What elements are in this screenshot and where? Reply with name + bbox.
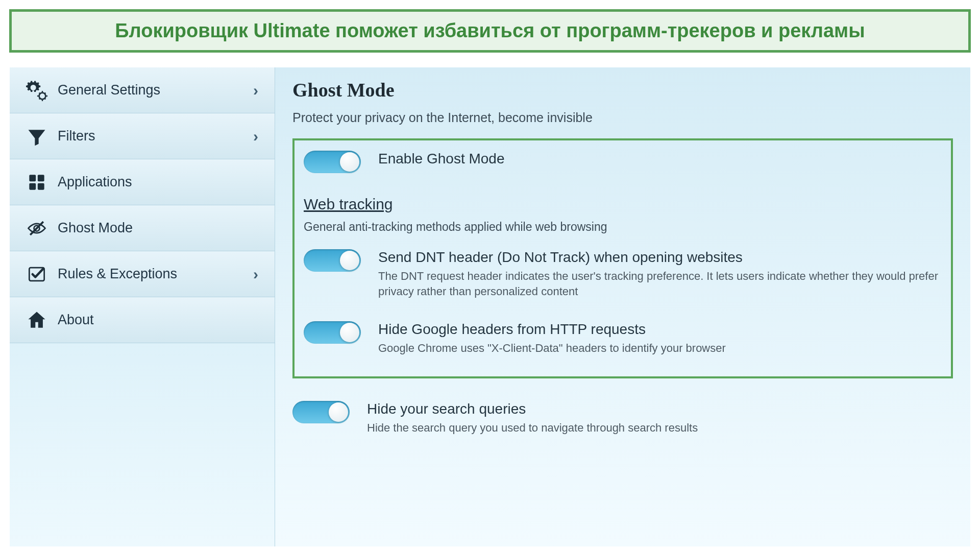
main-panel: Ghost Mode Protect your privacy on the I… bbox=[275, 67, 970, 546]
sidebar-item-label: General Settings bbox=[53, 82, 248, 98]
toggle-label: Send DNT header (Do Not Track) when open… bbox=[378, 249, 942, 266]
toggle-label: Hide your search queries bbox=[367, 401, 953, 417]
google-headers-toggle[interactable] bbox=[304, 321, 361, 344]
chevron-right-icon: › bbox=[248, 128, 263, 145]
section-heading: Web tracking bbox=[304, 196, 942, 213]
sidebar-item-label: About bbox=[53, 312, 263, 328]
web-tracking-section: Web tracking General anti-tracking metho… bbox=[304, 196, 942, 234]
page-subtitle: Protect your privacy on the Internet, be… bbox=[292, 110, 953, 125]
sidebar-item-label: Rules & Exceptions bbox=[53, 266, 248, 282]
home-icon bbox=[21, 309, 53, 331]
funnel-icon bbox=[21, 125, 53, 148]
gears-icon bbox=[21, 79, 53, 102]
search-queries-row: Hide your search queries Hide the search… bbox=[292, 401, 953, 436]
page-title: Ghost Mode bbox=[292, 79, 953, 101]
toggle-label: Hide Google headers from HTTP requests bbox=[378, 321, 942, 338]
sidebar-item-applications[interactable]: Applications bbox=[10, 159, 275, 205]
svg-rect-2 bbox=[38, 175, 44, 181]
sidebar: General Settings › Filters › Application… bbox=[10, 67, 275, 546]
svg-rect-4 bbox=[38, 183, 44, 189]
apps-icon bbox=[21, 171, 53, 194]
sidebar-item-label: Ghost Mode bbox=[53, 220, 263, 236]
chevron-right-icon: › bbox=[248, 266, 263, 283]
google-headers-row: Hide Google headers from HTTP requests G… bbox=[304, 321, 942, 356]
toggle-description: Google Chrome uses "X-Client-Data" heade… bbox=[378, 341, 942, 356]
sidebar-item-about[interactable]: About bbox=[10, 297, 275, 343]
enable-ghost-mode-row: Enable Ghost Mode bbox=[304, 151, 942, 173]
sidebar-item-rules-exceptions[interactable]: Rules & Exceptions › bbox=[10, 251, 275, 297]
eye-slash-icon bbox=[21, 217, 53, 240]
toggle-description: The DNT request header indicates the use… bbox=[378, 269, 942, 299]
highlight-box: Enable Ghost Mode Web tracking General a… bbox=[292, 138, 953, 378]
annotation-banner: Блокировщик Ultimate поможет избавиться … bbox=[9, 9, 971, 53]
sidebar-item-general-settings[interactable]: General Settings › bbox=[10, 67, 275, 113]
section-subheading: General anti-tracking methods applied wh… bbox=[304, 220, 942, 234]
dnt-toggle[interactable] bbox=[304, 249, 361, 272]
sidebar-item-label: Applications bbox=[53, 174, 263, 190]
toggle-label: Enable Ghost Mode bbox=[378, 151, 942, 167]
chevron-right-icon: › bbox=[248, 82, 263, 99]
enable-ghost-mode-toggle[interactable] bbox=[304, 151, 361, 173]
sidebar-item-ghost-mode[interactable]: Ghost Mode bbox=[10, 205, 275, 251]
dnt-row: Send DNT header (Do Not Track) when open… bbox=[304, 249, 942, 299]
sidebar-item-label: Filters bbox=[53, 128, 248, 144]
app-window: General Settings › Filters › Application… bbox=[9, 67, 971, 547]
svg-rect-1 bbox=[29, 175, 36, 181]
toggle-description: Hide the search query you used to naviga… bbox=[367, 420, 953, 436]
sidebar-item-filters[interactable]: Filters › bbox=[10, 113, 275, 159]
svg-rect-3 bbox=[29, 183, 36, 189]
check-icon bbox=[21, 263, 53, 285]
svg-point-0 bbox=[39, 92, 46, 99]
annotation-text: Блокировщик Ultimate поможет избавиться … bbox=[115, 20, 865, 41]
search-queries-toggle[interactable] bbox=[292, 401, 350, 423]
